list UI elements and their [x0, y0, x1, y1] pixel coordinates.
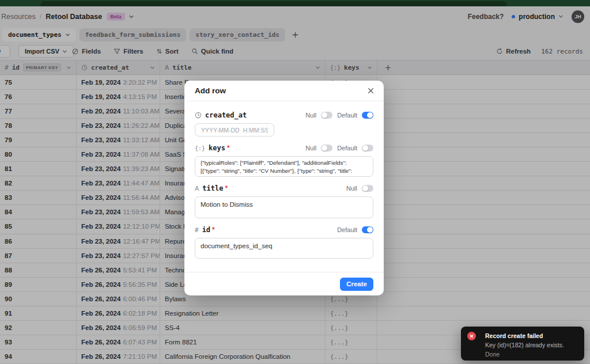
null-toggle[interactable] [321, 145, 332, 151]
default-toggle-label: Default [337, 112, 357, 119]
field-title: A title * Null Motion to Dismiss [195, 184, 373, 218]
keys-input[interactable]: {"typicalRoles": ["Plaintiff", "Defendan… [195, 156, 373, 177]
create-button[interactable]: Create [340, 278, 373, 291]
toast-message: Key (id)=(182) already exists. [485, 342, 577, 348]
default-toggle[interactable] [362, 226, 373, 233]
letter-a-icon: A [195, 185, 199, 192]
field-keys: {:} keys * Null Default {"typicalRoles":… [195, 144, 373, 177]
error-icon: ✕ [467, 332, 476, 340]
field-name: created_at [205, 111, 247, 119]
modal-header: Add row [184, 81, 384, 101]
default-toggle[interactable] [362, 145, 373, 151]
clock-icon [195, 112, 202, 119]
title-input[interactable]: Motion to Dismiss [195, 196, 373, 218]
required-asterisk: * [212, 226, 215, 234]
default-toggle-label: Default [337, 145, 357, 151]
default-toggle-label: Default [337, 226, 357, 233]
default-toggle[interactable] [362, 112, 373, 119]
null-toggle-label: Null [305, 112, 316, 119]
modal-title: Add row [195, 86, 226, 95]
toast-done-action[interactable]: Done [485, 351, 577, 358]
id-input[interactable]: document_types_id_seq [195, 238, 373, 259]
null-toggle-label: Null [346, 185, 357, 192]
null-toggle[interactable] [321, 112, 332, 119]
modal-footer: Create [184, 272, 384, 295]
hash-icon: # [195, 226, 199, 234]
braces-icon: {:} [195, 145, 205, 151]
required-asterisk: * [225, 184, 228, 192]
add-row-modal: Add row created_at Null Default [184, 81, 384, 295]
null-toggle-label: Null [305, 145, 316, 151]
created-at-input-wrapper [195, 123, 274, 136]
close-icon[interactable] [367, 87, 375, 94]
field-id: # id * Default document_types_id_seq [195, 226, 373, 259]
modal-body: created_at Null Default {:} keys [184, 101, 384, 259]
toast-title: Record create failed [485, 332, 577, 339]
required-asterisk: * [227, 144, 230, 152]
null-toggle[interactable] [362, 185, 373, 192]
field-name: title [202, 184, 223, 192]
error-toast: ✕ Record create failed Key (id)=(182) al… [461, 327, 584, 361]
field-created-at: created_at Null Default [195, 111, 373, 136]
created-at-input[interactable] [201, 127, 268, 134]
screen: Resources / Retool Database Beta Feedbac… [0, 0, 590, 364]
field-name: keys [209, 144, 225, 152]
field-name: id [202, 226, 210, 234]
